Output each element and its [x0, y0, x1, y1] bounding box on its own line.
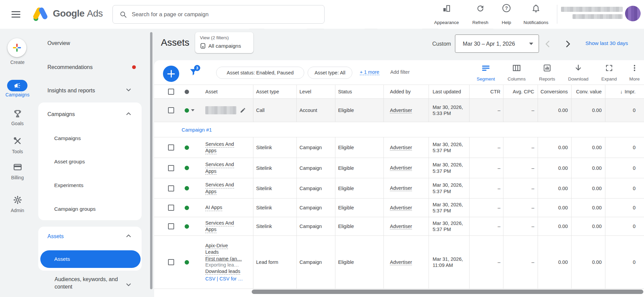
row-checkbox[interactable] [168, 144, 174, 151]
nav-item-insights[interactable]: Insights and reports [35, 85, 150, 96]
row-checkbox[interactable] [168, 259, 174, 265]
conv-value-cell: 0.00 [571, 158, 605, 178]
column-header-asset[interactable]: Asset [205, 85, 253, 98]
asset-name-line[interactable]: Leads [205, 249, 219, 256]
show-last-30-days-link[interactable]: Show last 30 days [585, 40, 628, 46]
asset-name-line[interactable]: Apps [205, 168, 216, 175]
status-cell: Eligible [335, 137, 383, 158]
added-by-cell: Advertiser [383, 236, 429, 289]
impressions-cell: 0 [605, 236, 644, 289]
column-header-status[interactable]: Status [335, 85, 383, 98]
next-period-button[interactable] [563, 39, 573, 49]
horizontal-scrollbar[interactable] [252, 290, 643, 294]
nav-item-overview[interactable]: Overview [35, 38, 150, 49]
page-title: Assets [161, 37, 189, 48]
chevron-up-icon[interactable] [126, 234, 131, 237]
nav-item-assets-active[interactable]: Assets [40, 250, 141, 268]
filter-chip-asset-type[interactable]: Asset type: All [308, 67, 352, 79]
column-header-last-updated[interactable]: Last updated [429, 85, 469, 98]
rail-item-billing[interactable] [0, 162, 35, 173]
asset-name-line[interactable]: Services And [205, 161, 234, 168]
campaign-group-link[interactable]: Campaign #1 [182, 127, 212, 133]
asset-name-line[interactable]: Apps [205, 147, 216, 154]
added-by-value[interactable]: Advertiser [390, 108, 412, 113]
download-icon [574, 64, 582, 72]
rail-item-goals[interactable] [0, 109, 35, 120]
create-button[interactable] [7, 38, 26, 57]
column-header-conversions[interactable]: Conversions [538, 85, 571, 98]
menu-icon[interactable] [10, 9, 22, 20]
row-checkbox[interactable] [168, 223, 174, 229]
rail-label-billing: Billing [11, 175, 24, 180]
last-updated-cell: Mar 31, 2026,11:09 AM [429, 236, 469, 289]
select-all-checkbox[interactable] [168, 89, 174, 95]
columns-button[interactable]: Columns [504, 64, 529, 82]
added-by-cell: Advertiser [383, 137, 429, 158]
more-button[interactable]: More [622, 64, 644, 82]
asset-name-line[interactable]: Services And [205, 182, 234, 188]
row-checkbox[interactable] [168, 165, 174, 171]
date-range-picker[interactable]: Mar 30 – Apr 1, 2026 [455, 35, 539, 53]
asset-name-line[interactable]: Services And [205, 141, 234, 148]
rail-item-admin[interactable] [0, 195, 35, 206]
nav-item-asset-groups[interactable]: Asset groups [38, 156, 142, 167]
row-checkbox[interactable] [168, 205, 174, 211]
nav-item-campaigns-sub[interactable]: Campaigns [38, 133, 142, 144]
redacted-asset-name [205, 106, 236, 114]
column-header-conv-value[interactable]: Conv. value [571, 85, 605, 98]
download-button[interactable]: Download [566, 64, 591, 82]
column-header-ctr[interactable]: CTR [469, 85, 503, 98]
previous-period-button[interactable] [543, 39, 552, 49]
notifications-button[interactable]: Notifications [519, 4, 553, 25]
added-by-value[interactable]: Advertiser [390, 224, 412, 229]
asset-name-line[interactable]: AI Apps [205, 204, 222, 211]
column-header-avg-cpc[interactable]: Avg. CPC [503, 85, 538, 98]
more-filters-link[interactable]: + 1 more [360, 69, 379, 75]
add-asset-button[interactable] [163, 66, 179, 82]
rail-item-tools[interactable] [0, 136, 35, 147]
search-input[interactable] [131, 11, 324, 18]
row-checkbox[interactable] [168, 185, 174, 191]
asset-name-line[interactable]: First name (an… [205, 256, 243, 262]
reports-button[interactable]: Reports [535, 64, 560, 82]
avatar[interactable] [625, 6, 641, 21]
added-by-value[interactable]: Advertiser [390, 259, 412, 265]
added-by-value[interactable]: Advertiser [390, 185, 412, 191]
asset-name-line[interactable]: Download leads [205, 268, 240, 275]
expand-button[interactable]: Expand [597, 64, 622, 82]
refresh-button[interactable]: Refresh [467, 4, 494, 25]
nav-item-campaign-groups[interactable]: Campaign groups [38, 204, 142, 214]
asset-csv-links[interactable]: CSV | CSV for … [205, 276, 243, 282]
status-caret-icon[interactable] [191, 109, 194, 111]
column-header-added-by[interactable]: Added by [383, 85, 429, 98]
view-filter-card[interactable]: View (2 filters) All campaigns [195, 32, 253, 53]
nav-item-experiments[interactable]: Experiments [38, 180, 142, 191]
added-by-value[interactable]: Advertiser [390, 165, 412, 171]
nav-item-audiences[interactable]: Audiences, keywords, and content [55, 276, 134, 291]
column-header-asset-type[interactable]: Asset type [253, 85, 296, 98]
asset-name-line[interactable]: Services And [205, 220, 234, 227]
appearance-button[interactable]: Appearance [431, 4, 462, 25]
chevron-up-icon[interactable] [126, 112, 131, 115]
global-search[interactable] [112, 5, 325, 24]
added-by-value[interactable]: Advertiser [390, 205, 412, 211]
added-by-value[interactable]: Advertiser [390, 145, 412, 151]
help-button[interactable]: ? Help [495, 4, 518, 25]
rail-item-campaigns[interactable] [7, 80, 27, 91]
nav-scrollbar[interactable] [150, 32, 152, 289]
asset-name-line[interactable]: Apix-Drive [205, 243, 228, 249]
chevron-down-icon[interactable] [126, 283, 131, 286]
row-checkbox[interactable] [168, 107, 174, 113]
segment-button[interactable]: Segment [473, 64, 498, 82]
asset-name-line[interactable]: Apps [205, 188, 216, 195]
add-filter-button[interactable]: Add filter [390, 69, 410, 75]
column-header-impressions[interactable]: ↓Impr. [605, 85, 644, 98]
column-header-level[interactable]: Level [296, 85, 335, 98]
asset-name-line[interactable]: Apps [205, 226, 216, 233]
filter-chip-asset-status[interactable]: Asset status: Enabled, Paused [216, 67, 304, 79]
filter-button[interactable]: 3 [189, 68, 203, 80]
tools-icon [13, 136, 22, 146]
chevron-down-icon[interactable] [126, 88, 131, 91]
edit-icon[interactable] [240, 107, 246, 113]
table-row: Services AndAppsSitelinkCampaignEligible… [154, 178, 644, 199]
